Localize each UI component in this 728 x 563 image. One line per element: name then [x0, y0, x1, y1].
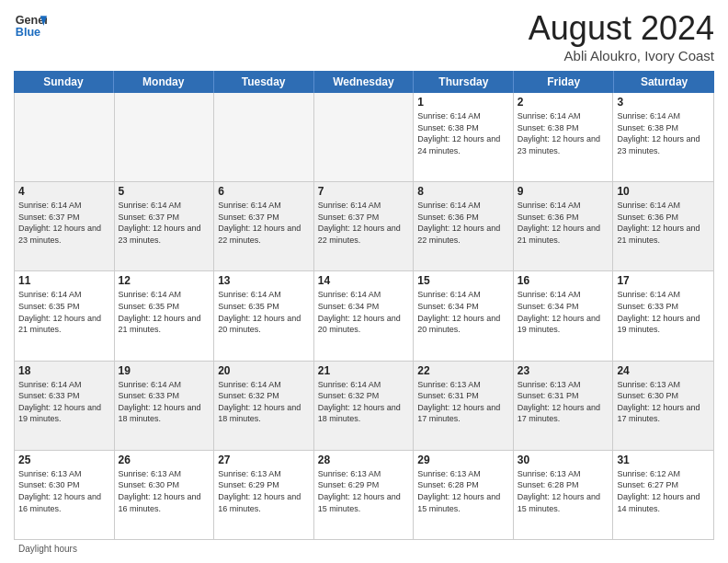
logo-icon: General Blue [14, 9, 47, 42]
calendar-row-2: 11Sunrise: 6:14 AMSunset: 6:35 PMDayligh… [15, 271, 713, 361]
table-row: 15Sunrise: 6:14 AMSunset: 6:34 PMDayligh… [414, 271, 514, 360]
header-tuesday: Tuesday [214, 71, 314, 93]
day-number: 2 [518, 96, 609, 109]
day-number: 6 [218, 185, 310, 198]
table-row: 31Sunrise: 6:12 AMSunset: 6:27 PMDayligh… [613, 451, 713, 539]
day-info: Sunrise: 6:14 AMSunset: 6:32 PMDaylight:… [218, 379, 310, 425]
calendar-header: Sunday Monday Tuesday Wednesday Thursday… [14, 71, 714, 93]
calendar-body: 1Sunrise: 6:14 AMSunset: 6:38 PMDaylight… [14, 93, 714, 540]
day-info: Sunrise: 6:14 AMSunset: 6:38 PMDaylight:… [417, 110, 509, 156]
day-number: 31 [617, 454, 710, 466]
header-saturday: Saturday [614, 71, 714, 93]
day-number: 27 [218, 454, 310, 466]
footer-text: Daylight hours [18, 544, 77, 554]
header-sunday: Sunday [14, 71, 114, 93]
day-info: Sunrise: 6:13 AMSunset: 6:31 PMDaylight:… [518, 379, 609, 425]
table-row: 26Sunrise: 6:13 AMSunset: 6:30 PMDayligh… [115, 451, 215, 539]
day-info: Sunrise: 6:14 AMSunset: 6:36 PMDaylight:… [417, 200, 509, 246]
day-number: 25 [18, 454, 110, 466]
table-row: 20Sunrise: 6:14 AMSunset: 6:32 PMDayligh… [214, 362, 314, 450]
calendar: Sunday Monday Tuesday Wednesday Thursday… [14, 71, 714, 540]
day-number: 30 [518, 454, 609, 466]
day-number: 10 [617, 185, 710, 198]
day-number: 12 [119, 274, 210, 287]
table-row [214, 93, 314, 181]
subtitle: Abli Aloukro, Ivory Coast [529, 48, 714, 63]
table-row: 22Sunrise: 6:13 AMSunset: 6:31 PMDayligh… [414, 362, 514, 450]
calendar-row-0: 1Sunrise: 6:14 AMSunset: 6:38 PMDaylight… [15, 93, 713, 182]
day-info: Sunrise: 6:13 AMSunset: 6:29 PMDaylight:… [218, 468, 310, 514]
logo: General Blue [14, 9, 47, 42]
table-row: 6Sunrise: 6:14 AMSunset: 6:37 PMDaylight… [214, 182, 314, 270]
day-number: 1 [417, 96, 509, 109]
day-number: 14 [318, 274, 410, 287]
day-number: 22 [417, 364, 509, 377]
day-info: Sunrise: 6:13 AMSunset: 6:30 PMDaylight:… [617, 379, 710, 425]
day-number: 15 [417, 274, 509, 287]
day-info: Sunrise: 6:13 AMSunset: 6:28 PMDaylight:… [417, 468, 509, 514]
table-row: 29Sunrise: 6:13 AMSunset: 6:28 PMDayligh… [414, 451, 514, 539]
day-info: Sunrise: 6:14 AMSunset: 6:35 PMDaylight:… [119, 289, 210, 335]
table-row: 16Sunrise: 6:14 AMSunset: 6:34 PMDayligh… [514, 271, 614, 360]
day-info: Sunrise: 6:13 AMSunset: 6:31 PMDaylight:… [417, 379, 509, 425]
table-row: 12Sunrise: 6:14 AMSunset: 6:35 PMDayligh… [115, 271, 215, 360]
table-row: 2Sunrise: 6:14 AMSunset: 6:38 PMDaylight… [514, 93, 614, 181]
day-number: 11 [18, 274, 110, 287]
table-row [15, 93, 115, 181]
main-title: August 2024 [529, 9, 714, 48]
day-info: Sunrise: 6:14 AMSunset: 6:36 PMDaylight:… [518, 200, 609, 246]
table-row: 5Sunrise: 6:14 AMSunset: 6:37 PMDaylight… [115, 182, 215, 270]
day-number: 5 [119, 185, 210, 198]
day-number: 17 [617, 274, 710, 287]
day-info: Sunrise: 6:14 AMSunset: 6:33 PMDaylight:… [119, 379, 210, 425]
header-monday: Monday [114, 71, 214, 93]
day-info: Sunrise: 6:14 AMSunset: 6:37 PMDaylight:… [318, 200, 410, 246]
day-info: Sunrise: 6:14 AMSunset: 6:34 PMDaylight:… [518, 289, 609, 335]
day-number: 4 [18, 185, 110, 198]
day-info: Sunrise: 6:13 AMSunset: 6:29 PMDaylight:… [318, 468, 410, 514]
table-row: 7Sunrise: 6:14 AMSunset: 6:37 PMDaylight… [314, 182, 415, 270]
day-info: Sunrise: 6:14 AMSunset: 6:38 PMDaylight:… [518, 110, 609, 156]
day-number: 23 [518, 364, 609, 377]
table-row: 10Sunrise: 6:14 AMSunset: 6:36 PMDayligh… [613, 182, 713, 270]
table-row: 25Sunrise: 6:13 AMSunset: 6:30 PMDayligh… [15, 451, 115, 539]
header-wednesday: Wednesday [314, 71, 415, 93]
day-number: 21 [318, 364, 410, 377]
table-row: 18Sunrise: 6:14 AMSunset: 6:33 PMDayligh… [15, 362, 115, 450]
table-row: 9Sunrise: 6:14 AMSunset: 6:36 PMDaylight… [514, 182, 614, 270]
table-row: 21Sunrise: 6:14 AMSunset: 6:32 PMDayligh… [314, 362, 415, 450]
svg-text:Blue: Blue [16, 26, 40, 39]
day-info: Sunrise: 6:13 AMSunset: 6:30 PMDaylight:… [119, 468, 210, 514]
day-info: Sunrise: 6:14 AMSunset: 6:33 PMDaylight:… [617, 289, 710, 335]
day-info: Sunrise: 6:14 AMSunset: 6:37 PMDaylight:… [218, 200, 310, 246]
day-number: 9 [518, 185, 609, 198]
table-row: 13Sunrise: 6:14 AMSunset: 6:35 PMDayligh… [214, 271, 314, 360]
table-row: 3Sunrise: 6:14 AMSunset: 6:38 PMDaylight… [613, 93, 713, 181]
table-row: 23Sunrise: 6:13 AMSunset: 6:31 PMDayligh… [514, 362, 614, 450]
day-number: 29 [417, 454, 509, 466]
day-info: Sunrise: 6:14 AMSunset: 6:34 PMDaylight:… [318, 289, 410, 335]
day-info: Sunrise: 6:14 AMSunset: 6:32 PMDaylight:… [318, 379, 410, 425]
day-info: Sunrise: 6:13 AMSunset: 6:30 PMDaylight:… [18, 468, 110, 514]
header-friday: Friday [514, 71, 614, 93]
title-block: August 2024 Abli Aloukro, Ivory Coast [529, 9, 714, 63]
day-info: Sunrise: 6:13 AMSunset: 6:28 PMDaylight:… [518, 468, 609, 514]
table-row [115, 93, 215, 181]
calendar-row-1: 4Sunrise: 6:14 AMSunset: 6:37 PMDaylight… [15, 182, 713, 271]
table-row: 19Sunrise: 6:14 AMSunset: 6:33 PMDayligh… [115, 362, 215, 450]
table-row: 30Sunrise: 6:13 AMSunset: 6:28 PMDayligh… [514, 451, 614, 539]
footer: Daylight hours [14, 544, 714, 554]
calendar-row-3: 18Sunrise: 6:14 AMSunset: 6:33 PMDayligh… [15, 362, 713, 451]
table-row: 11Sunrise: 6:14 AMSunset: 6:35 PMDayligh… [15, 271, 115, 360]
day-number: 13 [218, 274, 310, 287]
table-row: 17Sunrise: 6:14 AMSunset: 6:33 PMDayligh… [613, 271, 713, 360]
day-info: Sunrise: 6:14 AMSunset: 6:37 PMDaylight:… [18, 200, 110, 246]
table-row: 4Sunrise: 6:14 AMSunset: 6:37 PMDaylight… [15, 182, 115, 270]
header: General Blue August 2024 Abli Aloukro, I… [14, 9, 714, 63]
table-row: 28Sunrise: 6:13 AMSunset: 6:29 PMDayligh… [314, 451, 415, 539]
day-info: Sunrise: 6:14 AMSunset: 6:37 PMDaylight:… [119, 200, 210, 246]
day-number: 18 [18, 364, 110, 377]
day-info: Sunrise: 6:14 AMSunset: 6:38 PMDaylight:… [617, 110, 710, 156]
table-row: 27Sunrise: 6:13 AMSunset: 6:29 PMDayligh… [214, 451, 314, 539]
day-info: Sunrise: 6:14 AMSunset: 6:33 PMDaylight:… [18, 379, 110, 425]
